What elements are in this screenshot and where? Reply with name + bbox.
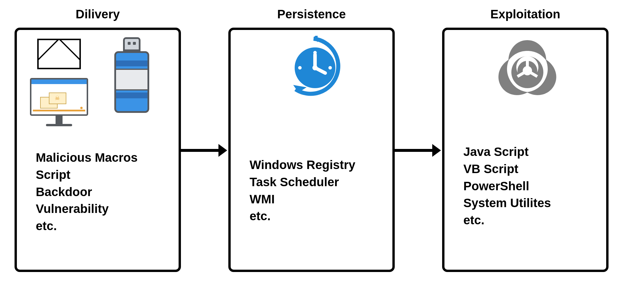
list-item: PowerShell	[463, 178, 551, 195]
list-item: Malicious Macros	[36, 149, 138, 166]
list-item: Java Script	[463, 143, 551, 161]
envelope-icon	[37, 39, 81, 69]
list-item: Task Scheduler	[250, 174, 355, 191]
arrow-persistence-to-exploitation	[395, 144, 441, 157]
list-item: etc.	[250, 208, 355, 225]
list-item: Vulnerability	[36, 200, 138, 218]
stage-box-delivery: ☠ Malicious Macros Script Backdoor Vulne…	[15, 28, 181, 272]
delivery-list: Malicious Macros Script Backdoor Vulnera…	[36, 149, 138, 235]
svg-point-4	[312, 65, 318, 70]
stage-box-persistence: Windows Registry Task Scheduler WMI etc.	[228, 28, 395, 272]
infected-computer-icon: ☠	[30, 78, 88, 130]
arrow-delivery-to-persistence	[181, 144, 227, 157]
list-item: Windows Registry	[250, 157, 355, 174]
usb-drive-icon	[114, 37, 149, 113]
biohazard-icon	[492, 36, 562, 104]
stage-title-exploitation: Exploitation	[442, 7, 609, 21]
svg-point-3	[298, 66, 302, 70]
stage-title-delivery: Dilivery	[15, 7, 181, 21]
list-item: Backdoor	[36, 184, 138, 201]
stage-box-exploitation: Java Script VB Script PowerShell System …	[442, 28, 609, 272]
list-item: System Utilites	[463, 195, 551, 212]
persistence-list: Windows Registry Task Scheduler WMI etc.	[250, 157, 355, 225]
delivery-icons: ☠	[26, 37, 171, 130]
list-item: etc.	[36, 218, 138, 235]
svg-point-2	[328, 66, 332, 70]
stage-title-persistence: Persistence	[228, 7, 395, 21]
exploitation-list: Java Script VB Script PowerShell System …	[463, 143, 551, 229]
list-item: etc.	[463, 212, 551, 229]
list-item: Script	[36, 166, 138, 184]
clock-scheduler-icon	[282, 36, 346, 107]
list-item: WMI	[250, 191, 355, 208]
list-item: VB Script	[463, 161, 551, 178]
